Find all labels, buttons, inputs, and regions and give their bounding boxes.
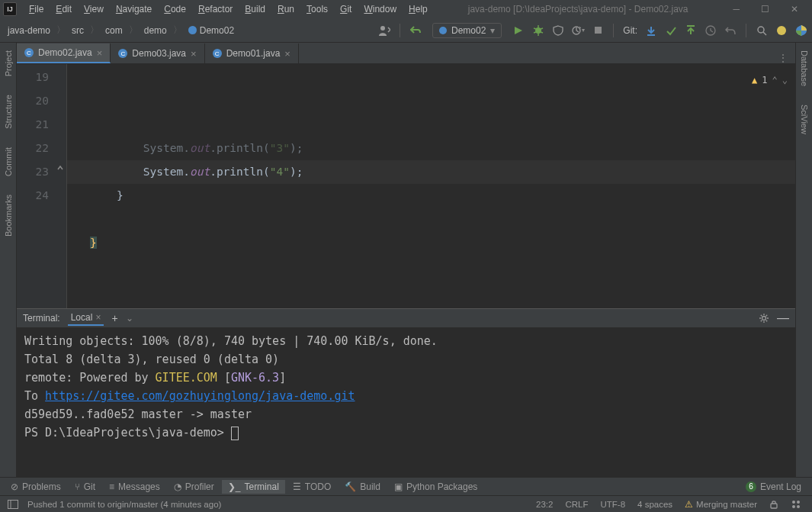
menu-build[interactable]: Build bbox=[239, 2, 271, 16]
memory-indicator-icon[interactable] bbox=[785, 500, 807, 509]
breadcrumb-item[interactable]: java-demo bbox=[3, 24, 55, 37]
editor-area: CDemo02.java×CDemo03.java×CDemo01.java×⋮… bbox=[17, 43, 795, 477]
terminal-body[interactable]: Writing objects: 100% (8/8), 740 bytes |… bbox=[17, 327, 795, 477]
chevron-up-icon[interactable]: ⌃ bbox=[772, 69, 778, 92]
close-icon[interactable]: × bbox=[191, 48, 197, 60]
right-tab-database[interactable]: Database bbox=[798, 46, 810, 91]
maximize-button[interactable]: ☐ bbox=[750, 4, 780, 14]
main-area: ProjectStructureCommitBookmarks CDemo02.… bbox=[0, 43, 812, 477]
svg-point-16 bbox=[762, 317, 766, 320]
search-everywhere-icon[interactable] bbox=[754, 23, 769, 38]
bottom-tab-profiler[interactable]: ◔Profiler bbox=[168, 480, 220, 494]
coverage-button[interactable] bbox=[550, 23, 566, 38]
tab-more-icon[interactable]: ⋮ bbox=[771, 53, 795, 63]
editor-tab[interactable]: CDemo03.java× bbox=[111, 43, 204, 63]
stop-button[interactable] bbox=[590, 23, 605, 38]
profiler-run-button[interactable]: ▾ bbox=[570, 23, 586, 38]
breadcrumb-item[interactable]: src bbox=[67, 24, 88, 37]
class-icon: C bbox=[118, 49, 127, 58]
svg-point-22 bbox=[792, 505, 795, 508]
run-button[interactable] bbox=[511, 23, 526, 38]
left-tab-bookmarks[interactable]: Bookmarks bbox=[2, 190, 14, 241]
left-tab-project[interactable]: Project bbox=[2, 46, 14, 81]
bottom-tab-build[interactable]: 🔨Build bbox=[339, 480, 387, 494]
bottom-tab-python-packages[interactable]: ▣Python Packages bbox=[388, 480, 483, 494]
class-icon: C bbox=[213, 49, 222, 58]
close-icon[interactable]: × bbox=[97, 47, 103, 59]
code-text[interactable]: ▲ 1 ⌃ ⌄ System.out.println("3"); System.… bbox=[67, 64, 795, 308]
menu-view[interactable]: View bbox=[78, 2, 110, 16]
app-logo-icon: IJ bbox=[3, 2, 17, 16]
svg-line-6 bbox=[534, 32, 536, 33]
bottom-tab-git[interactable]: ⑂Git bbox=[69, 480, 101, 494]
cursor-position[interactable]: 23:2 bbox=[530, 500, 559, 509]
left-tab-commit[interactable]: Commit bbox=[2, 143, 14, 181]
bottom-tab-messages[interactable]: ≡Messages bbox=[103, 480, 166, 494]
terminal-tab-local[interactable]: Local× bbox=[68, 311, 104, 326]
svg-point-1 bbox=[535, 27, 541, 34]
breadcrumb-item[interactable]: com bbox=[101, 24, 127, 37]
terminal-hide-icon[interactable]: — bbox=[777, 311, 789, 325]
menu-run[interactable]: Run bbox=[271, 2, 300, 16]
problems-icon: ⊘ bbox=[11, 481, 18, 492]
ide-settings-icon[interactable] bbox=[774, 23, 789, 38]
bottom-tool-tabs: ⊘Problems⑂Git≡Messages◔Profiler❯_Termina… bbox=[0, 477, 812, 495]
bottom-tab-problems[interactable]: ⊘Problems bbox=[5, 480, 67, 494]
menu-code[interactable]: Code bbox=[158, 2, 192, 16]
bottom-tab-terminal[interactable]: ❯_Terminal bbox=[222, 480, 285, 494]
git-commit-icon[interactable] bbox=[663, 23, 679, 38]
terminal-new-tab[interactable]: + bbox=[111, 312, 117, 324]
debug-button[interactable] bbox=[531, 23, 546, 38]
svg-point-23 bbox=[797, 505, 800, 508]
git-branch-status[interactable]: ⚠Merging master bbox=[679, 499, 763, 510]
tool-windows-toggle-icon[interactable] bbox=[5, 500, 21, 509]
fold-end-icon[interactable] bbox=[56, 163, 64, 171]
terminal-dropdown-icon[interactable]: ⌄ bbox=[126, 313, 133, 324]
file-encoding[interactable]: UTF-8 bbox=[594, 500, 631, 509]
close-button[interactable]: ✕ bbox=[780, 4, 809, 14]
git-history-icon[interactable] bbox=[703, 23, 718, 38]
chevron-down-icon[interactable]: ⌄ bbox=[782, 69, 788, 92]
git-rollback-icon[interactable] bbox=[723, 23, 738, 38]
breadcrumb: java-demo〉src〉com〉demo〉Demo02 bbox=[3, 24, 377, 37]
run-configuration-selector[interactable]: Demo02 ▾ bbox=[432, 23, 502, 38]
class-icon bbox=[439, 27, 447, 34]
menu-file[interactable]: File bbox=[23, 2, 50, 16]
lock-icon[interactable] bbox=[763, 500, 785, 509]
close-icon[interactable]: × bbox=[284, 48, 290, 60]
menu-refactor[interactable]: Refactor bbox=[192, 2, 239, 16]
svg-point-20 bbox=[792, 501, 795, 504]
status-bar: Pushed 1 commit to origin/master (4 minu… bbox=[0, 495, 812, 512]
menu-edit[interactable]: Edit bbox=[50, 2, 78, 16]
left-tab-structure[interactable]: Structure bbox=[2, 90, 14, 134]
right-tab-sciview[interactable]: SciView bbox=[798, 100, 810, 139]
bottom-tab-todo[interactable]: ☰TODO bbox=[287, 480, 337, 494]
menu-navigate[interactable]: Navigate bbox=[110, 2, 158, 16]
terminal-settings-icon[interactable] bbox=[759, 313, 769, 324]
menu-git[interactable]: Git bbox=[334, 2, 358, 16]
git-pull-icon[interactable] bbox=[644, 23, 659, 38]
inspection-indicator[interactable]: ▲ 1 ⌃ ⌄ bbox=[752, 69, 788, 92]
navigation-toolbar: java-demo〉src〉com〉demo〉Demo02 Demo02 ▾ ▾… bbox=[0, 18, 812, 43]
svg-line-7 bbox=[541, 32, 543, 33]
code-editor[interactable]: 192021222324 ▲ 1 ⌃ ⌄ System.out.println(… bbox=[17, 64, 795, 308]
breadcrumb-item[interactable]: Demo02 bbox=[184, 24, 239, 37]
menu-help[interactable]: Help bbox=[403, 2, 434, 16]
undo-arrow-icon[interactable] bbox=[408, 23, 423, 38]
breadcrumb-item[interactable]: demo bbox=[140, 24, 172, 37]
event-log-button[interactable]: 6Event Log bbox=[740, 480, 807, 494]
editor-tab[interactable]: CDemo01.java× bbox=[205, 43, 299, 63]
svg-rect-19 bbox=[771, 504, 777, 508]
svg-point-15 bbox=[777, 26, 786, 35]
user-icon[interactable] bbox=[377, 23, 392, 38]
git-push-icon[interactable] bbox=[683, 23, 698, 38]
line-separator[interactable]: CRLF bbox=[559, 500, 594, 509]
menu-bar: IJ FileEditViewNavigateCodeRefactorBuild… bbox=[0, 0, 812, 18]
menu-window[interactable]: Window bbox=[358, 2, 403, 16]
editor-tab[interactable]: CDemo02.java× bbox=[17, 43, 111, 63]
ide-features-icon[interactable] bbox=[794, 23, 809, 38]
minimize-button[interactable]: ─ bbox=[722, 4, 750, 14]
indent-setting[interactable]: 4 spaces bbox=[631, 500, 679, 509]
right-tool-strip: DatabaseSciView bbox=[795, 43, 812, 477]
menu-tools[interactable]: Tools bbox=[300, 2, 334, 16]
